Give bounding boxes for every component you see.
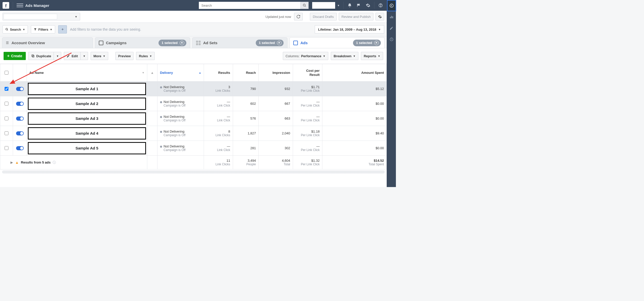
clear-selection-icon[interactable]: ✕: [180, 41, 184, 45]
svg-point-4: [6, 28, 8, 30]
svg-rect-10: [390, 17, 391, 18]
clear-selection-icon[interactable]: ✕: [374, 41, 379, 45]
campaigns-selected-chip: 1 selected ✕: [159, 40, 186, 46]
svg-rect-6: [32, 55, 34, 57]
top-bar: f Ads Manager ▼: [0, 0, 387, 11]
col-delivery[interactable]: Delivery: [160, 71, 173, 75]
col-ad-name[interactable]: Ad Name: [29, 71, 44, 75]
more-button[interactable]: More▼: [91, 52, 108, 60]
ads-selected-chip: 1 selected ✕: [353, 40, 381, 46]
ad-name-cell[interactable]: Sample Ad 4: [28, 127, 146, 140]
sort-icon[interactable]: ▼: [142, 71, 144, 74]
info-icon[interactable]: ⓘ: [53, 160, 56, 165]
table-row[interactable]: Sample Ad 3 Not DeliveringCampaign is Of…: [0, 111, 387, 126]
table-row[interactable]: Sample Ad 2 Not DeliveringCampaign is Of…: [0, 96, 387, 111]
collapse-panel-button[interactable]: [387, 0, 396, 11]
table-row[interactable]: Sample Ad 1 Not DeliveringCampaign is Of…: [0, 82, 387, 96]
select-all-checkbox[interactable]: [5, 71, 8, 75]
edit-panel-button[interactable]: [387, 22, 396, 34]
add-filter-button[interactable]: +: [58, 25, 67, 33]
create-button[interactable]: +Create: [4, 52, 26, 60]
col-reach[interactable]: Reach: [246, 71, 256, 75]
status-toggle[interactable]: [16, 117, 24, 121]
table-row[interactable]: Sample Ad 4 Not DeliveringCampaign is Of…: [0, 126, 387, 141]
search-dropdown-button[interactable]: Search ▼: [3, 25, 28, 33]
svg-line-5: [7, 30, 8, 31]
svg-point-9: [390, 4, 393, 7]
row-checkbox[interactable]: [5, 131, 8, 135]
edit-caret-button[interactable]: ▼: [80, 52, 88, 60]
ad-account-select[interactable]: ▼: [3, 13, 80, 20]
status-toggle[interactable]: [16, 87, 24, 91]
reports-button[interactable]: Reports▼: [361, 52, 383, 60]
settings-button[interactable]: [375, 13, 384, 20]
table-row[interactable]: Sample Ad 5 Not DeliveringCampaign is Of…: [0, 141, 387, 156]
help-icon[interactable]: [377, 3, 384, 8]
status-toggle[interactable]: [16, 146, 24, 150]
ad-name-cell[interactable]: Sample Ad 2: [28, 98, 146, 110]
status-toggle[interactable]: [16, 102, 24, 106]
edit-button[interactable]: Edit: [64, 52, 80, 60]
preview-button[interactable]: Preview: [115, 52, 133, 60]
svg-point-0: [303, 4, 305, 6]
chevron-down-icon: ▼: [22, 28, 25, 31]
charts-panel-button[interactable]: [387, 11, 396, 22]
global-search-input[interactable]: [199, 2, 300, 9]
date-range-button[interactable]: Lifetime: Jan 18, 2009 – Aug 13, 2018 ▼: [315, 25, 384, 33]
history-panel-button[interactable]: [387, 34, 396, 45]
svg-line-1: [305, 6, 306, 7]
settings-gear-icon[interactable]: [364, 3, 372, 8]
action-bar: +Create Duplicate ▼ Edit ▼ More▼ Preview…: [0, 48, 387, 64]
row-checkbox[interactable]: [5, 146, 8, 150]
account-switcher[interactable]: [312, 2, 335, 9]
search-button[interactable]: [300, 2, 309, 9]
col-cost[interactable]: Cost per Result: [296, 69, 320, 77]
refresh-button[interactable]: [294, 13, 303, 20]
rules-button[interactable]: Rules▼: [136, 52, 155, 60]
breakdown-button[interactable]: Breakdown▼: [331, 52, 358, 60]
ad-name-cell[interactable]: Sample Ad 3: [28, 112, 146, 125]
right-rail: [387, 0, 396, 187]
notifications-icon[interactable]: [346, 3, 353, 8]
row-checkbox[interactable]: [5, 102, 8, 106]
ad-icon: [293, 41, 298, 45]
warning-column-icon: ▲: [151, 71, 154, 75]
tab-campaigns[interactable]: Campaigns 1 selected ✕: [95, 37, 190, 48]
menu-icon[interactable]: [17, 4, 23, 7]
clear-selection-icon[interactable]: ✕: [277, 41, 282, 45]
adsets-selected-chip: 1 selected ✕: [256, 40, 284, 46]
flag-icon[interactable]: [355, 3, 362, 7]
svg-rect-7: [32, 55, 33, 56]
svg-point-3: [380, 6, 381, 7]
col-results[interactable]: Results: [218, 71, 230, 75]
status-toggle[interactable]: [16, 131, 24, 135]
filters-dropdown-button[interactable]: Filters ▼: [31, 25, 55, 33]
adsets-icon: [196, 41, 201, 45]
facebook-logo-icon[interactable]: f: [3, 2, 9, 9]
svg-rect-12: [392, 16, 393, 18]
duplicate-button[interactable]: Duplicate: [28, 52, 54, 60]
columns-button[interactable]: Columns: Performance ▼: [283, 52, 328, 60]
ad-name-cell[interactable]: Sample Ad 5: [28, 142, 146, 154]
tab-account-overview[interactable]: ☰ Account Overview: [2, 37, 93, 48]
account-caret-icon[interactable]: ▼: [337, 4, 340, 7]
row-checkbox[interactable]: [5, 117, 8, 120]
svg-rect-11: [391, 16, 392, 18]
filter-hint: Add filters to narrow the data you are s…: [70, 27, 141, 31]
discard-drafts-button[interactable]: Discard Drafts: [310, 13, 336, 20]
review-publish-button[interactable]: Review and Publish: [339, 13, 373, 20]
horizontal-scrollbar[interactable]: [2, 170, 385, 173]
filter-bar: Search ▼ Filters ▼ + Add filters to narr…: [0, 23, 387, 36]
col-impressions[interactable]: Impression: [272, 71, 290, 75]
expand-summary-icon[interactable]: ▶: [10, 160, 13, 164]
account-bar: ▼ Updated just now Discard Drafts Review…: [0, 11, 387, 23]
chevron-down-icon: ▼: [378, 28, 381, 31]
row-checkbox[interactable]: [5, 87, 8, 91]
duplicate-caret-button[interactable]: ▼: [54, 52, 61, 60]
col-spent[interactable]: Amount Spent: [361, 71, 384, 75]
tab-adsets[interactable]: Ad Sets 1 selected ✕: [192, 37, 287, 48]
ad-name-cell[interactable]: Sample Ad 1: [28, 83, 146, 95]
chevron-down-icon: ▼: [75, 15, 77, 18]
warning-icon: ▲: [15, 160, 19, 165]
tab-ads[interactable]: Ads 1 selected ✕: [289, 37, 385, 48]
